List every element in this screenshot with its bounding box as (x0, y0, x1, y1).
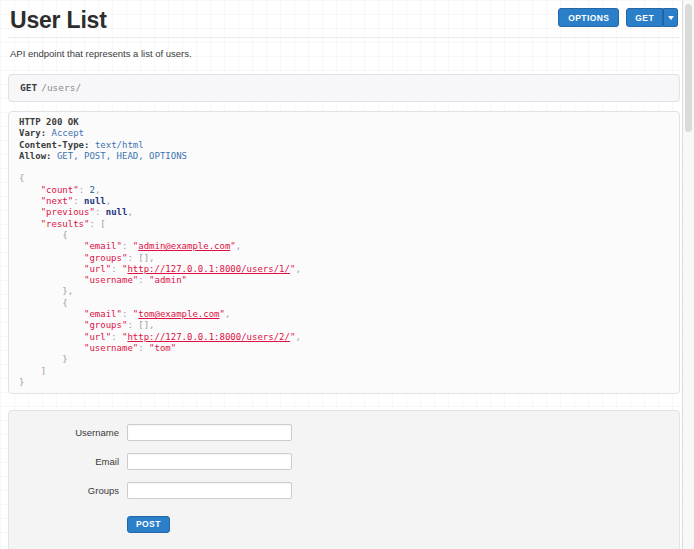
get-button-group: GET (626, 8, 678, 27)
json-token-pun: }, (62, 286, 73, 296)
json-token-kwd: null (106, 207, 128, 217)
json-token-pln (19, 185, 41, 195)
json-token-pun: : [], (127, 320, 154, 330)
json-token-pln (19, 332, 84, 342)
json-token-pun: , (95, 185, 100, 195)
json-token-pun: } (19, 377, 24, 387)
username-input[interactable] (127, 424, 292, 441)
response-header-name: Allow: (19, 151, 52, 161)
request-path: /users/ (41, 82, 81, 93)
json-token-pun: : [ (89, 219, 105, 229)
json-token-str: "admin" (149, 275, 187, 285)
json-token-str: "results" (41, 219, 90, 229)
json-token-pun: : (122, 309, 133, 319)
toolbar: OPTIONS GET (558, 8, 678, 27)
scrollbar-thumb[interactable] (685, 4, 692, 132)
options-button[interactable]: OPTIONS (558, 8, 619, 27)
json-token-pln (19, 241, 84, 251)
json-link[interactable]: http://127.0.0.1:8000/users/2/ (127, 332, 290, 342)
json-token-str: "url" (84, 264, 111, 274)
json-token-pun: : (122, 241, 133, 251)
json-token-pln (19, 253, 84, 263)
response-pre: HTTP 200 OK Vary: Accept Content-Type: t… (8, 111, 680, 394)
json-token-pun: { (19, 173, 24, 183)
main-content: User List OPTIONS GET API endpoint that … (0, 0, 682, 549)
json-token-pun: : (95, 207, 106, 217)
response-status-line: HTTP 200 OK (19, 117, 79, 127)
json-token-pln (19, 219, 41, 229)
response-header-name: Vary: (19, 128, 46, 138)
json-token-pln (19, 366, 41, 376)
json-token-pun: , (225, 309, 230, 319)
json-token-pun: { (62, 298, 67, 308)
json-token-pln (19, 320, 84, 330)
form-actions: POST (127, 513, 679, 533)
json-token-pun: , (106, 196, 111, 206)
json-token-pun: , (295, 332, 300, 342)
json-token-str: "groups" (84, 320, 127, 330)
groups-input[interactable] (127, 482, 292, 499)
json-token-pln (19, 207, 41, 217)
groups-label: Groups (9, 482, 119, 499)
json-token-pln (19, 275, 84, 285)
form-row: Username (9, 424, 679, 441)
json-token-pln (19, 298, 62, 308)
json-token-str: "count" (41, 185, 79, 195)
json-link[interactable]: http://127.0.0.1:8000/users/1/ (127, 264, 290, 274)
json-token-pun: , (236, 241, 241, 251)
json-token-pun: : (73, 196, 84, 206)
response-header-value: text/html (95, 140, 144, 150)
email-label: Email (9, 453, 119, 470)
response-header-value: GET, POST, HEAD, OPTIONS (57, 151, 187, 161)
page-title: User List (10, 7, 107, 33)
page-header: User List OPTIONS GET (8, 0, 680, 38)
scrollbar[interactable] (682, 0, 694, 549)
form-row: Groups (9, 482, 679, 499)
post-button[interactable]: POST (127, 516, 170, 533)
email-input[interactable] (127, 453, 292, 470)
json-token-pun: : [], (127, 253, 154, 263)
request-bar: GET/users/ (8, 74, 680, 102)
json-token-pun: : (138, 343, 149, 353)
json-token-pun: } (62, 354, 67, 364)
json-token-pun: : (111, 264, 122, 274)
json-token-str: "username" (84, 275, 138, 285)
endpoint-description: API endpoint that represents a list of u… (10, 48, 678, 59)
json-token-pun: : (111, 332, 122, 342)
get-button[interactable]: GET (626, 8, 663, 27)
json-token-pln (19, 264, 84, 274)
json-token-pun: : (79, 185, 90, 195)
json-token-str: "username" (84, 343, 138, 353)
json-token-str: "next" (41, 196, 74, 206)
username-label: Username (9, 424, 119, 441)
json-token-pun: { (62, 230, 67, 240)
json-token-str: "url" (84, 332, 111, 342)
json-token-pun: ] (41, 366, 46, 376)
json-token-pun: , (295, 264, 300, 274)
json-token-str: "tom" (149, 343, 176, 353)
json-token-pln (19, 309, 84, 319)
json-token-str: "previous" (41, 207, 95, 217)
json-token-kwd: null (84, 196, 106, 206)
json-link[interactable]: tom@example.com (138, 309, 219, 319)
json-token-pln (19, 230, 62, 240)
json-token-pln (19, 343, 84, 353)
json-token-str: "groups" (84, 253, 127, 263)
json-token-pln (19, 286, 62, 296)
get-dropdown-toggle[interactable] (663, 8, 678, 27)
chevron-down-icon (668, 16, 674, 20)
form-row: Email (9, 453, 679, 470)
json-token-str: "email" (84, 309, 122, 319)
post-form-panel: Username Email Groups POST (8, 410, 680, 549)
request-method: GET (20, 82, 37, 93)
json-link[interactable]: admin@example.com (138, 241, 230, 251)
response-header-name: Content-Type: (19, 140, 89, 150)
json-token-pun: , (127, 207, 132, 217)
response-header-value: Accept (52, 128, 85, 138)
json-token-pun: : (138, 275, 149, 285)
json-token-pln (19, 196, 41, 206)
json-token-pln (19, 354, 62, 364)
json-token-str: "email" (84, 241, 122, 251)
